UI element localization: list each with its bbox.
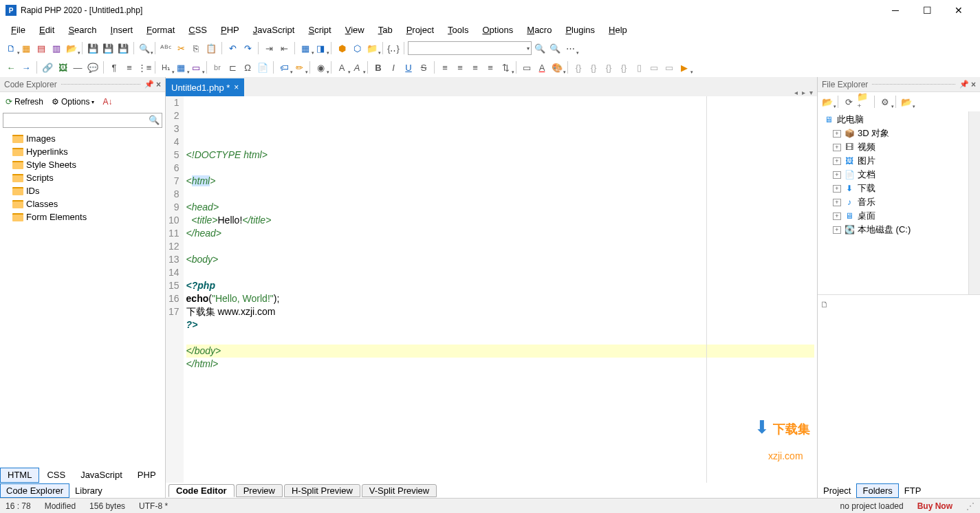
- bold-button[interactable]: B: [371, 61, 385, 74]
- view-tab-code-editor[interactable]: Code Editor: [168, 484, 235, 497]
- spellcheck-button[interactable]: ᴬᴮᶜ: [159, 41, 173, 55]
- fe-item[interactable]: +📦3D 对象: [818, 127, 968, 140]
- strike-button[interactable]: S: [417, 61, 431, 74]
- view-tab-preview[interactable]: Preview: [236, 484, 283, 497]
- form-button[interactable]: ▭: [189, 61, 203, 74]
- file-type-1-button[interactable]: ▦: [19, 41, 33, 55]
- right-tab-folders[interactable]: Folders: [856, 483, 898, 498]
- close-panel-icon[interactable]: ×: [156, 80, 161, 89]
- fe-filter-button[interactable]: 📂: [900, 95, 913, 109]
- tool-1-button[interactable]: ⬢: [335, 41, 349, 55]
- fe-item[interactable]: +🖥桌面: [818, 209, 968, 223]
- minimize-button[interactable]: ─: [880, 0, 911, 21]
- tool-2-button[interactable]: ⬡: [350, 41, 364, 55]
- find-next-button[interactable]: 🔍: [548, 41, 562, 55]
- indent-button[interactable]: ⇥: [262, 41, 276, 55]
- menu-view[interactable]: View: [338, 23, 371, 37]
- highlight-button[interactable]: ✏: [292, 61, 306, 74]
- close-panel-icon[interactable]: ×: [971, 80, 976, 89]
- save-all-button[interactable]: 💾: [101, 41, 115, 55]
- pin-icon[interactable]: 📌: [959, 80, 969, 89]
- outdent-button[interactable]: ⇤: [277, 41, 291, 55]
- tab-close-icon[interactable]: ×: [234, 83, 239, 92]
- comment-button[interactable]: 💬: [86, 61, 100, 74]
- pin-icon[interactable]: 📌: [144, 80, 154, 89]
- new-file-button[interactable]: 🗋: [4, 41, 18, 55]
- layout-1-button[interactable]: ▯: [632, 61, 646, 74]
- paste-button[interactable]: 📋: [204, 41, 218, 55]
- paint-button[interactable]: 🎨: [550, 61, 564, 74]
- undo-button[interactable]: ↶: [226, 41, 239, 55]
- list-ul-button[interactable]: ≡: [122, 61, 136, 74]
- cut-button[interactable]: ✂: [174, 41, 188, 55]
- search-button[interactable]: 🔍: [138, 41, 151, 55]
- ce-item-images[interactable]: Images: [0, 132, 165, 145]
- save-as-button[interactable]: 💾: [116, 41, 130, 55]
- fe-root[interactable]: 🖥此电脑: [818, 113, 968, 127]
- ce-item-classes[interactable]: Classes: [0, 197, 165, 210]
- copy-button[interactable]: ⎘: [189, 41, 203, 55]
- menu-tab[interactable]: Tab: [371, 23, 400, 37]
- align-right-button[interactable]: ≡: [468, 61, 482, 74]
- doc-button[interactable]: 📄: [256, 61, 270, 74]
- back-button[interactable]: ←: [4, 61, 18, 74]
- fe-item[interactable]: +📄文档: [818, 168, 968, 182]
- menu-macro[interactable]: Macro: [520, 23, 558, 37]
- menu-script[interactable]: Script: [301, 23, 338, 37]
- ce-item-scripts[interactable]: Scripts: [0, 171, 165, 184]
- br-button[interactable]: br: [210, 61, 224, 74]
- code-editor[interactable]: 1234567891011121314151617 ⬇ 下载集 xzji.com…: [166, 96, 817, 483]
- brace-1-button[interactable]: {}: [571, 61, 585, 74]
- omega-button[interactable]: Ω: [241, 61, 254, 74]
- align-left-button[interactable]: ≡: [438, 61, 452, 74]
- menu-search[interactable]: Search: [61, 23, 103, 37]
- image-button[interactable]: 🖼: [56, 61, 69, 74]
- menu-insert[interactable]: Insert: [104, 23, 140, 37]
- italic-button[interactable]: I: [386, 61, 400, 74]
- grid-button[interactable]: ▦: [298, 41, 312, 55]
- sort-button[interactable]: A↓: [100, 96, 115, 108]
- right-tab-ftp[interactable]: FTP: [899, 484, 927, 497]
- maximize-button[interactable]: ☐: [911, 0, 943, 21]
- align-justify-button[interactable]: ≡: [483, 61, 497, 74]
- file-type-2-button[interactable]: ▤: [34, 41, 48, 55]
- font-style-button[interactable]: A: [350, 61, 364, 74]
- view-tab-v-split-preview[interactable]: V-Split Preview: [362, 484, 437, 497]
- lang-tab-javascript[interactable]: JavaScript: [73, 468, 130, 483]
- file-type-3-button[interactable]: ▥: [50, 41, 63, 55]
- find-options-button[interactable]: ⋯: [563, 41, 577, 55]
- brace-4-button[interactable]: {}: [617, 61, 631, 74]
- ce-item-hyperlinks[interactable]: Hyperlinks: [0, 145, 165, 158]
- hr-button[interactable]: —: [71, 61, 85, 74]
- underline-button[interactable]: U: [402, 61, 415, 74]
- save-button[interactable]: 💾: [86, 41, 100, 55]
- code-explorer-search[interactable]: [3, 113, 162, 128]
- run-button[interactable]: ▶: [677, 61, 691, 74]
- tool-3-button[interactable]: 📁: [365, 41, 379, 55]
- fe-item[interactable]: +⬇下载: [818, 182, 968, 195]
- close-button[interactable]: ✕: [943, 0, 974, 21]
- menu-format[interactable]: Format: [140, 23, 182, 37]
- table-button[interactable]: ▦: [174, 61, 188, 74]
- menu-help[interactable]: Help: [602, 23, 634, 37]
- fe-new-folder-button[interactable]: 📁⁺: [857, 95, 871, 109]
- right-tab-project[interactable]: Project: [818, 484, 856, 497]
- font-size-button[interactable]: A: [335, 61, 349, 74]
- resize-grip[interactable]: ⋰: [966, 501, 974, 511]
- fe-refresh-button[interactable]: ⟳: [842, 95, 856, 109]
- left-tab-library[interactable]: Library: [69, 484, 108, 497]
- ce-item-ids[interactable]: IDs: [0, 184, 165, 197]
- tab-prev-icon[interactable]: ◂: [794, 89, 798, 96]
- link-button[interactable]: 🔗: [41, 61, 54, 74]
- color-wheel-button[interactable]: ◉: [314, 61, 327, 74]
- paragraph-button[interactable]: ¶: [107, 61, 121, 74]
- ce-item-form-elements[interactable]: Form Elements: [0, 210, 165, 223]
- left-tab-code-explorer[interactable]: Code Explorer: [0, 483, 69, 498]
- view-tab-h-split-preview[interactable]: H-Split Preview: [284, 484, 360, 497]
- menu-javascript[interactable]: JavaScript: [246, 23, 302, 37]
- ce-item-style-sheets[interactable]: Style Sheets: [0, 158, 165, 171]
- menu-project[interactable]: Project: [400, 23, 441, 37]
- lang-tab-php[interactable]: PHP: [130, 468, 164, 483]
- buy-now-link[interactable]: Buy Now: [917, 501, 952, 511]
- layout-3-button[interactable]: ▭: [662, 61, 676, 74]
